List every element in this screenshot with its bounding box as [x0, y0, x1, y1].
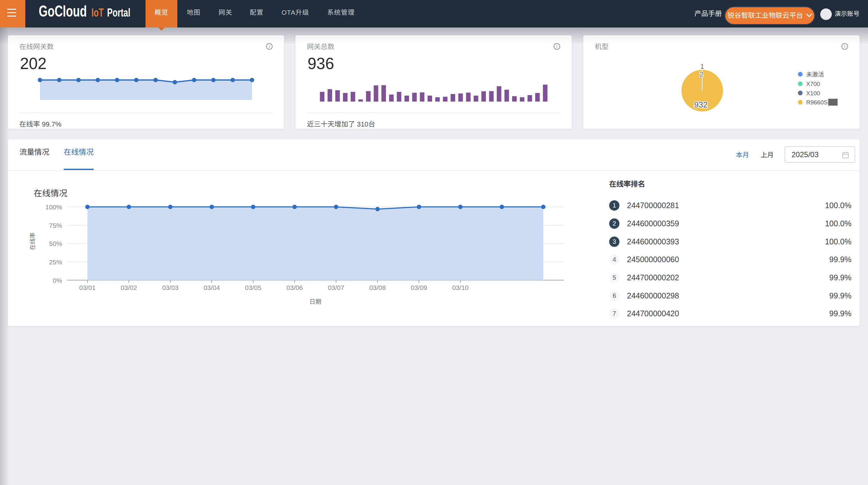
svg-text:75%: 75% — [49, 222, 62, 229]
svg-text:03/08: 03/08 — [369, 284, 386, 291]
svg-text:未激活: 未激活 — [806, 71, 824, 78]
svg-text:在线率: 在线率 — [29, 232, 36, 250]
svg-text:R9660S-: R9660S- — [806, 99, 830, 106]
svg-text:100%: 100% — [45, 203, 62, 210]
svg-text:03/05: 03/05 — [245, 284, 262, 291]
svg-text:03/06: 03/06 — [286, 284, 303, 291]
svg-text:2: 2 — [700, 70, 704, 78]
svg-text:932: 932 — [694, 100, 708, 109]
svg-text:25%: 25% — [49, 258, 62, 266]
svg-text:03/02: 03/02 — [121, 284, 137, 291]
svg-text:03/01: 03/01 — [79, 284, 96, 291]
svg-text:03/03: 03/03 — [162, 284, 179, 291]
svg-text:X100: X100 — [806, 90, 820, 96]
svg-text:50%: 50% — [49, 240, 62, 247]
svg-text:03/09: 03/09 — [411, 284, 428, 291]
svg-text:X700: X700 — [806, 81, 820, 87]
svg-text:1: 1 — [700, 62, 704, 70]
svg-text:03/07: 03/07 — [328, 284, 344, 291]
svg-text:日期: 日期 — [309, 298, 321, 305]
svg-text:03/10: 03/10 — [452, 284, 469, 291]
svg-text:03/04: 03/04 — [204, 284, 220, 291]
svg-text:0%: 0% — [53, 277, 62, 284]
